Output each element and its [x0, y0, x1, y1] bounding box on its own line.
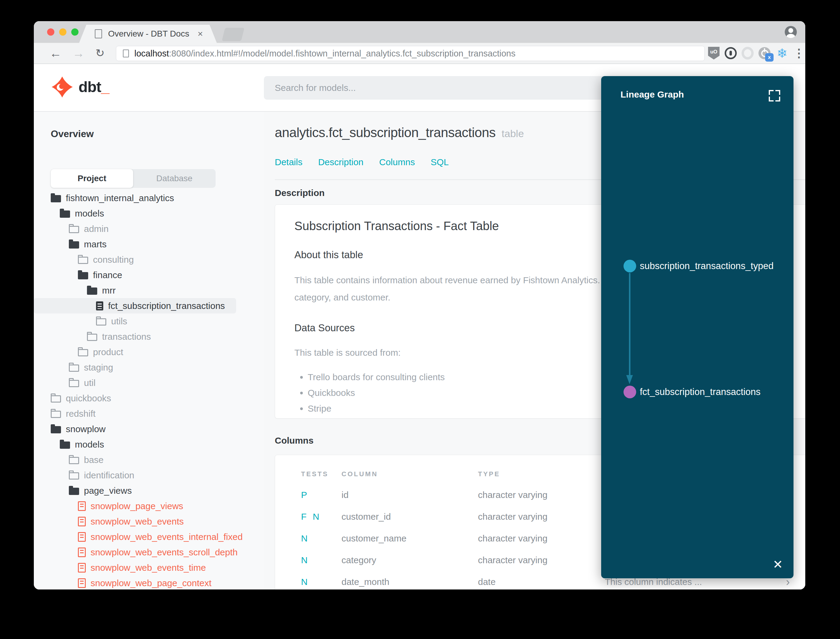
- tests-cell: F N: [301, 512, 341, 522]
- tree-item-marts[interactable]: marts: [34, 237, 264, 252]
- lineage-node-fct_subscription_transactions[interactable]: [624, 386, 636, 398]
- tree-item-redshift[interactable]: redshift: [34, 406, 264, 421]
- shield-icon: uO: [708, 47, 719, 59]
- folder-closed-icon: [69, 457, 79, 464]
- tree-item-snowplow_page_views[interactable]: snowplow_page_views: [34, 498, 264, 514]
- folder-closed-icon: [69, 380, 79, 387]
- type-cell: character varying: [478, 490, 605, 500]
- page-favicon-icon: [95, 29, 102, 38]
- tree-item-util[interactable]: util: [34, 375, 264, 391]
- folder-closed-icon: [51, 411, 61, 418]
- tree-item-models[interactable]: models: [34, 437, 264, 452]
- tree-item-utils[interactable]: utils: [34, 313, 264, 329]
- x-badge: x: [765, 53, 773, 62]
- folder-closed-icon: [69, 364, 79, 372]
- description-cell: This column indicates ...: [605, 577, 786, 587]
- window-zoom-button[interactable]: [71, 29, 78, 36]
- col-header-column: COLUMN: [341, 470, 478, 478]
- back-button[interactable]: ←: [49, 43, 62, 64]
- folder-closed-icon: [87, 334, 97, 341]
- tree-item-quickbooks[interactable]: quickbooks: [34, 391, 264, 406]
- file-icon: [78, 517, 86, 526]
- tree-item-fct_subscription_transactions[interactable]: fct_subscription_transactions: [34, 298, 236, 313]
- tree-item-page_views[interactable]: page_views: [34, 483, 264, 498]
- tree-item-product[interactable]: product: [34, 344, 264, 360]
- tree-item-admin[interactable]: admin: [34, 221, 264, 237]
- tree-item-snowplow_web_events[interactable]: snowplow_web_events: [34, 514, 264, 529]
- extension-ring-icon[interactable]: [742, 43, 754, 64]
- tree-item-staging[interactable]: staging: [34, 360, 264, 375]
- tab-close-icon[interactable]: ×: [197, 29, 203, 39]
- lineage-graph-panel: Lineage Graph subscription_transactions_…: [601, 76, 794, 578]
- snowflake-extension-icon[interactable]: ❄: [775, 43, 789, 64]
- ublock-extension-icon[interactable]: uO: [708, 43, 720, 64]
- tree-item-snowplow_web_events_time[interactable]: snowplow_web_events_time: [34, 560, 264, 575]
- browser-window: Overview - DBT Docs × ← → ↻ localhost:80…: [34, 21, 805, 590]
- description-section-label: Description: [275, 188, 325, 198]
- folder-open-icon: [78, 272, 88, 279]
- folder-open-icon: [69, 488, 79, 495]
- type-cell: character varying: [478, 555, 605, 565]
- folder-closed-icon: [78, 257, 88, 264]
- column-cell: customer_id: [341, 512, 478, 522]
- tests-cell: N: [301, 555, 341, 565]
- tree-item-consulting[interactable]: consulting: [34, 252, 264, 267]
- background-tab[interactable]: [222, 28, 245, 41]
- page-doc-icon: [123, 49, 129, 57]
- tree-item-identification[interactable]: identification: [34, 467, 264, 483]
- tree-item-fishtown_internal_analytics[interactable]: fishtown_internal_analytics: [34, 190, 264, 206]
- nav-link-sql[interactable]: SQL: [430, 157, 449, 167]
- forward-button[interactable]: →: [73, 43, 84, 64]
- browser-menu-icon[interactable]: ⋮: [794, 43, 804, 64]
- keyhole-icon: [725, 47, 737, 59]
- tree-item-mrr[interactable]: mrr: [34, 283, 264, 298]
- power-extension-icon[interactable]: x: [758, 43, 771, 64]
- url-path: :8080/index.html#!/model/model.fishtown_…: [169, 49, 515, 58]
- folder-open-icon: [87, 288, 97, 295]
- browser-tab[interactable]: Overview - DBT Docs ×: [79, 25, 217, 43]
- reload-button[interactable]: ↻: [95, 43, 105, 64]
- lineage-node-subscription_transactions_typed[interactable]: [624, 260, 636, 272]
- window-close-button[interactable]: [47, 29, 54, 36]
- tests-cell: N: [301, 577, 341, 587]
- columns-section-label: Columns: [275, 436, 313, 446]
- tree-item-base[interactable]: base: [34, 452, 264, 467]
- tab-database[interactable]: Database: [133, 169, 216, 188]
- nav-link-description[interactable]: Description: [318, 157, 364, 167]
- tests-cell: N: [301, 533, 341, 544]
- col-header-type: TYPE: [478, 470, 605, 478]
- lineage-node-label[interactable]: fct_subscription_transactions: [640, 386, 761, 398]
- file-icon: [78, 501, 86, 511]
- lineage-node-label[interactable]: subscription_transactions_typed: [640, 260, 773, 272]
- password-manager-extension-icon[interactable]: [725, 43, 737, 64]
- nav-link-details[interactable]: Details: [275, 157, 303, 167]
- tree-item-snowplow[interactable]: snowplow: [34, 421, 264, 437]
- column-cell: id: [341, 490, 478, 500]
- window-minimize-button[interactable]: [59, 29, 67, 36]
- file-icon: [78, 578, 86, 588]
- tree-item-finance[interactable]: finance: [34, 267, 264, 283]
- tree-item-snowplow_web_page_context[interactable]: snowplow_web_page_context: [34, 575, 264, 590]
- tree-item-transactions[interactable]: transactions: [34, 329, 264, 344]
- fullscreen-icon[interactable]: [769, 90, 780, 102]
- type-cell: character varying: [478, 533, 605, 544]
- nav-link-columns[interactable]: Columns: [379, 157, 415, 167]
- dbt-logo[interactable]: dbt_: [51, 76, 110, 98]
- materialization-badge: table: [502, 128, 524, 140]
- folder-open-icon: [51, 426, 61, 433]
- folder-closed-icon: [96, 318, 106, 326]
- url-host: localhost: [134, 49, 169, 58]
- tab-strip: Overview - DBT Docs ×: [34, 21, 805, 43]
- close-icon[interactable]: ✕: [770, 557, 785, 572]
- folder-open-icon: [69, 241, 79, 248]
- tab-project[interactable]: Project: [51, 169, 133, 188]
- tree-item-models[interactable]: models: [34, 206, 264, 221]
- model-title-row: analytics.fct_subscription_transactions …: [275, 125, 524, 140]
- profile-avatar-icon[interactable]: [785, 26, 797, 38]
- sidebar: Overview Project Database fishtown_inter…: [34, 112, 264, 590]
- url-bar[interactable]: localhost:8080/index.html#!/model/model.…: [116, 46, 705, 61]
- arrowhead-icon: [626, 375, 633, 384]
- tree-item-snowplow_web_events_internal_fixed[interactable]: snowplow_web_events_internal_fixed: [34, 529, 264, 544]
- tree-item-snowplow_web_events_scroll_depth[interactable]: snowplow_web_events_scroll_depth: [34, 544, 264, 560]
- file-icon: [78, 563, 86, 572]
